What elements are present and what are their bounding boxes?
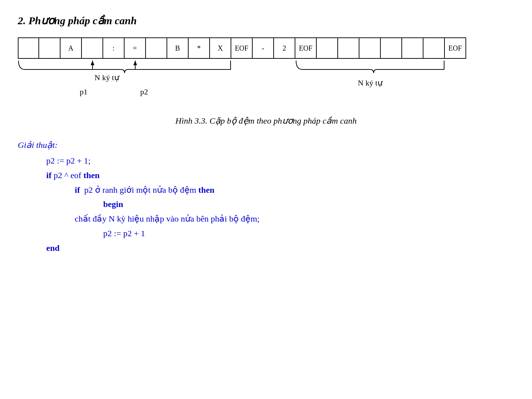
keyword-if-1: if [46, 171, 52, 180]
p2-label: p2 [140, 87, 148, 96]
keyword-if-2: if [75, 185, 80, 195]
brace-svg: N ký tự p1 p2 N ký tự [18, 59, 509, 109]
buffer-cell-19 [423, 37, 445, 59]
algo-line-3: if p2 ở ranh giới một nửa bộ đệm then [75, 183, 514, 197]
buffer-cell-1 [39, 37, 60, 59]
algo-line-5: chất đầy N kỳ hiệu nhập vào nửa bên phải… [75, 212, 514, 226]
n-ky-tu-label-left: N ký tự [95, 73, 120, 82]
figure-caption: Hình 3.3. Cặp bộ đệm theo phương pháp cầ… [18, 116, 514, 126]
buffer-cell-3 [82, 37, 103, 59]
buffer-cell-10: EOF [231, 37, 253, 59]
left-brace-path [19, 61, 231, 73]
keyword-begin: begin [103, 200, 123, 209]
buffer-cell-12: 2 [274, 37, 295, 59]
p1-label: p1 [80, 87, 88, 96]
keyword-then-1: then [84, 171, 100, 180]
algo-line-2: if p2 ^ eof then [46, 168, 514, 183]
buffer-cell-16 [359, 37, 381, 59]
algo-line-7: end [46, 241, 514, 255]
buffer-cell-7: B [167, 37, 189, 59]
buffer-cell-20: EOF [445, 37, 466, 59]
algo-line-4: begin [103, 197, 514, 212]
right-brace-path [296, 61, 444, 73]
keyword-then-2: then [198, 185, 214, 195]
buffer-cell-5: = [125, 37, 146, 59]
keyword-end: end [46, 243, 59, 253]
p1-arrow-head [91, 61, 94, 65]
algo-line-1: p2 := p2 + 1; [46, 154, 514, 168]
buffer-cell-9: X [210, 37, 231, 59]
p2-arrow-head [133, 61, 137, 65]
buffer-cells: A:=B*XEOF-2EOFEOF [18, 37, 514, 59]
buffer-cell-13: EOF [295, 37, 317, 59]
section-title: 2. Phương pháp cầm canh [18, 14, 514, 27]
algorithm-section: Giải thuật: p2 := p2 + 1; if p2 ^ eof th… [18, 140, 514, 255]
algo-label: Giải thuật: [18, 140, 514, 150]
buffer-cell-4: : [103, 37, 125, 59]
algo-line-6: p2 := p2 + 1 [103, 226, 514, 241]
n-ky-tu-label-right: N ký tự [358, 78, 383, 87]
buffer-cell-6 [146, 37, 167, 59]
algo-body: p2 := p2 + 1; if p2 ^ eof then if p2 ở r… [18, 154, 514, 255]
buffer-cell-18 [402, 37, 423, 59]
buffer-cell-2: A [60, 37, 82, 59]
buffer-cell-17 [381, 37, 402, 59]
buffer-cell-8: * [189, 37, 210, 59]
buffer-diagram: A:=B*XEOF-2EOFEOF N ký tự p1 p2 N ký tự [18, 37, 514, 109]
buffer-cell-15 [338, 37, 359, 59]
buffer-cell-0 [18, 37, 39, 59]
buffer-cell-11: - [253, 37, 274, 59]
buffer-cell-14 [317, 37, 338, 59]
